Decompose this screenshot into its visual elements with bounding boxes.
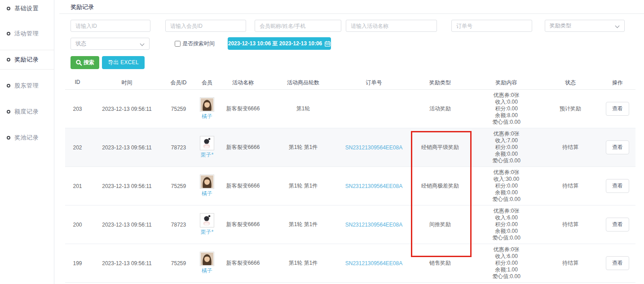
view-button[interactable]: 查看 — [606, 102, 629, 116]
cell-member-id: 75259 — [164, 260, 193, 267]
member-name-link[interactable]: 栗子* — [201, 228, 214, 236]
search-time-checkbox[interactable] — [175, 41, 181, 47]
cell-status: 待结算 — [539, 259, 602, 267]
cell-action: 查看 — [602, 102, 633, 116]
reward-content-line: 余额:8.00 — [474, 112, 539, 119]
cell-id: 199 — [65, 260, 90, 267]
order-no-link[interactable]: SN23121309564EE08A — [345, 260, 402, 267]
app-root: 基础设置 活动管理 奖励记录 股东管理 额度记录 奖池记录 奖励记录 奖励类型 — [0, 0, 644, 284]
cell-time: 2023-12-13 09:56:11 — [90, 144, 164, 151]
cell-activity-name: 新客裂变6666 — [221, 144, 265, 151]
column-header-status: 状态 — [539, 79, 602, 89]
cell-member: 橘子 — [193, 175, 221, 197]
cell-round: 第1轮 第1件 — [265, 182, 341, 190]
cell-order-no: SN23121309564EE08A — [341, 144, 406, 151]
id-input[interactable] — [71, 20, 150, 32]
cell-reward-content: 优惠券:0张收入:0.00积分:0.00余额:8.00爱心值:0.00 — [474, 92, 539, 126]
date-range-button[interactable]: 2023-12-13 10:06 至 2023-12-13 10:06 — [228, 37, 331, 50]
member-avatar-photo — [201, 175, 213, 188]
cell-member-id: 75259 — [164, 106, 193, 112]
cell-member-id: 75259 — [164, 183, 193, 189]
status-select[interactable]: 状态 — [71, 38, 150, 50]
sidebar-item-prize-pool-records[interactable]: 奖池记录 — [0, 128, 54, 148]
member-avatar-photo — [201, 98, 213, 111]
sidebar-item-label: 奖池记录 — [14, 134, 39, 142]
member-avatar-illustration — [201, 137, 213, 149]
sidebar-item-reward-records[interactable]: 奖励记录 — [0, 50, 54, 70]
view-button[interactable]: 查看 — [606, 179, 629, 193]
reward-content-lines: 优惠券:0张收入:30.00积分:0.00余额:0.00爱心值:0.00 — [474, 169, 539, 203]
reward-content-line: 爱心值:0.00 — [474, 119, 539, 126]
cell-reward-type: 间推奖励 — [406, 221, 474, 228]
cell-id: 203 — [65, 106, 90, 112]
cell-order-no: SN23121309564EE08A — [341, 222, 406, 228]
order-no-link[interactable]: SN23121309564EE08A — [345, 144, 402, 151]
member-id-input[interactable] — [165, 20, 246, 32]
column-header-activity-name: 活动名称 — [221, 79, 265, 89]
reward-content-line: 余额:0.00 — [474, 228, 539, 235]
member-name-link[interactable]: 栗子* — [201, 151, 214, 159]
avatar[interactable] — [200, 97, 214, 112]
order-no-input[interactable] — [451, 20, 532, 32]
reward-content-line: 优惠券:0张 — [474, 92, 539, 99]
view-button[interactable]: 查看 — [606, 218, 629, 232]
column-header-id: ID — [65, 79, 90, 89]
cell-member: 栗子* — [193, 136, 221, 159]
avatar[interactable] — [200, 136, 214, 150]
reward-content-lines: 优惠券:0张收入:0.00积分:0.00余额:8.00爱心值:0.00 — [474, 92, 539, 126]
reward-type-select[interactable]: 奖励类型 — [545, 20, 625, 32]
view-button[interactable]: 查看 — [606, 140, 629, 154]
title-divider — [59, 13, 644, 14]
cell-activity-name: 新客裂变6666 — [221, 259, 265, 267]
sidebar-item-activity-management[interactable]: 活动管理 — [0, 24, 54, 44]
cell-action: 查看 — [602, 256, 633, 270]
avatar[interactable] — [200, 213, 214, 227]
column-header-reward-content: 奖励内容 — [474, 79, 539, 89]
activity-name-input[interactable] — [346, 20, 437, 32]
avatar[interactable] — [200, 175, 214, 189]
sidebar-item-basic-settings[interactable]: 基础设置 — [0, 0, 54, 17]
sidebar-item-label: 奖励记录 — [14, 56, 39, 64]
column-header-round: 活动商品轮数 — [265, 79, 341, 89]
table-row: 2012023-12-13 09:56:1175259橘子新客裂变6666第1轮… — [65, 167, 635, 205]
cell-status: 预计奖励 — [539, 105, 602, 113]
order-no-link[interactable]: SN23121309564EE08A — [345, 183, 402, 189]
member-name-phone-input[interactable] — [255, 20, 341, 32]
cell-reward-type: 经销商极差奖励 — [406, 182, 474, 190]
reward-content-line: 爱心值:0.00 — [474, 235, 539, 241]
member-name-link[interactable]: 橘子 — [202, 190, 212, 197]
reward-content-line: 余额:0.00 — [474, 189, 539, 196]
cell-round: 第1轮 第1件 — [265, 259, 341, 267]
reward-content-line: 积分:0.00 — [474, 221, 539, 228]
cell-reward-content: 优惠券:0张收入:30.00积分:0.00余额:0.00爱心值:0.00 — [474, 169, 539, 203]
cell-order-no: SN23121309564EE08A — [341, 260, 406, 267]
radio-circle-icon — [7, 110, 10, 114]
radio-circle-icon — [7, 7, 10, 10]
table-body: 2032023-12-13 09:56:1175259橘子新客裂变6666第1轮… — [65, 90, 635, 283]
view-button[interactable]: 查看 — [606, 256, 629, 270]
avatar[interactable] — [200, 252, 214, 266]
search-icon — [75, 59, 82, 66]
sidebar-item-label: 活动管理 — [14, 30, 39, 38]
export-excel-button[interactable]: 导出 EXCEL — [102, 56, 145, 69]
cell-member: 栗子* — [193, 213, 221, 236]
reward-content-line: 优惠券:0张 — [474, 169, 539, 176]
reward-content-lines: 优惠券:0张收入:6.00积分:0.00余额:1.00爱心值:0.00 — [474, 246, 539, 280]
cell-activity-name: 新客裂变6666 — [221, 105, 265, 113]
chevron-down-icon — [615, 24, 620, 28]
member-avatar-photo — [201, 253, 213, 265]
reward-content-line: 优惠券:0张 — [474, 131, 539, 137]
cell-activity-name: 新客裂变6666 — [221, 182, 265, 190]
cell-round: 第1轮 第1件 — [265, 221, 341, 228]
table-row: 2022023-12-13 09:56:1178723栗子*新客裂变6666第1… — [65, 128, 635, 167]
reward-content-lines: 优惠券:0张收入:7.00积分:0.00余额:0.00爱心值:0.00 — [474, 131, 539, 164]
reward-content-line: 收入:30.00 — [474, 176, 539, 183]
member-name-link[interactable]: 橘子 — [202, 267, 212, 275]
sidebar-item-quota-records[interactable]: 额度记录 — [0, 102, 54, 122]
cell-id: 201 — [65, 183, 90, 189]
search-button[interactable]: 搜索 — [71, 56, 99, 69]
member-name-link[interactable]: 橘子 — [202, 113, 212, 120]
sidebar-item-shareholder-management[interactable]: 股东管理 — [0, 76, 54, 96]
column-header-action: 操作 — [602, 79, 633, 89]
order-no-link[interactable]: SN23121309564EE08A — [345, 222, 402, 228]
